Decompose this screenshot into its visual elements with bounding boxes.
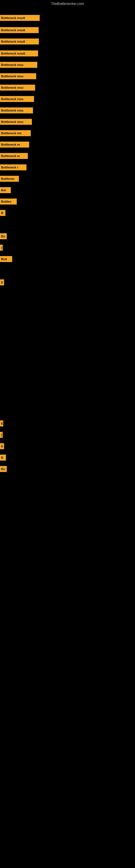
bar-label-7: Bottleneck resu [1,97,24,101]
bar-label-24: E [1,444,3,448]
bar-label-2: Bottleneck result [1,40,25,43]
bar-label-10: Bottleneck res [1,131,21,135]
bar-label-15: Bot [1,188,6,192]
bar-label-4: Bottleneck resu [1,63,24,66]
bar-item-11: Bottleneck re [0,142,29,148]
bar-item-4: Bottleneck resu [0,62,37,68]
bar-label-0: Bottleneck result [1,16,25,20]
bar-item-17: B [0,210,5,216]
bar-item-14: Bottlenec [0,176,19,182]
bar-label-6: Bottleneck resu [1,86,24,89]
bar-label-16: Bottlen [1,200,11,203]
bar-item-21: E [0,279,4,285]
bar-item-13: Bottleneck r [0,164,27,170]
bar-item-0: Bottleneck result [0,15,40,21]
bar-item-6: Bottleneck resu [0,85,35,91]
site-title: TheBottlenecker.com [0,1,135,7]
bar-item-18: Bo [0,233,7,239]
bar-label-11: Bottleneck re [1,143,20,146]
bar-label-5: Bottleneck resu [1,74,24,78]
bar-item-19: | [0,245,3,251]
bar-label-26: Bo [1,467,5,471]
bar-item-24: E [0,443,4,449]
bar-item-16: Bottlen [0,198,17,205]
bar-label-12: Bottleneck re [1,154,20,158]
bar-label-1: Bottleneck result [1,29,25,32]
bar-item-25: B [0,455,6,461]
bar-label-9: Bottleneck resu [1,120,24,123]
bar-label-23: | [1,433,2,436]
bar-label-3: Bottleneck result [1,52,25,55]
bar-item-3: Bottleneck result [0,51,38,56]
bar-label-22: E [1,422,3,425]
bar-label-13: Bottleneck r [1,166,18,169]
bar-label-18: Bo [1,235,5,238]
bar-label-14: Bottlenec [1,177,14,180]
bar-item-22: E [0,421,3,426]
bar-item-20: Bott [0,256,12,262]
bar-label-17: B [1,211,3,215]
bar-label-8: Bottleneck resu [1,109,24,112]
bar-item-5: Bottleneck resu [0,73,36,79]
bar-item-1: Bottleneck result [0,27,39,33]
bar-item-15: Bot [0,187,11,193]
bar-label-21: E [1,281,3,284]
bar-item-7: Bottleneck resu [0,96,34,102]
bar-item-10: Bottleneck res [0,130,31,136]
bar-label-19: | [1,246,2,249]
bar-item-26: Bo [0,466,7,472]
bar-label-20: Bott [1,257,7,261]
bar-item-23: | [0,432,3,438]
bar-item-12: Bottleneck re [0,153,28,159]
bar-label-25: B [1,456,3,459]
bar-item-8: Bottleneck resu [0,107,33,113]
bar-item-2: Bottleneck result [0,38,39,44]
bar-item-9: Bottleneck resu [0,119,32,125]
